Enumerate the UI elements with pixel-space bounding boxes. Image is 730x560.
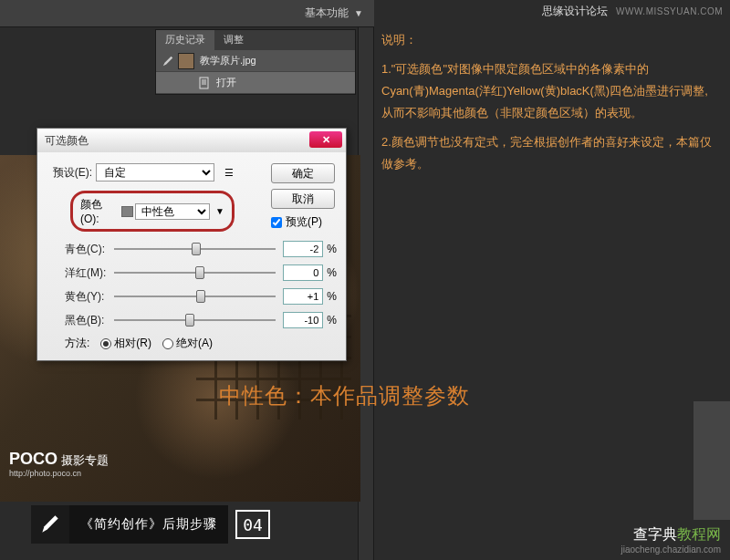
black-slider-row: 黑色(B): % (47, 312, 337, 328)
step-bar: 《简约创作》后期步骤 04 (31, 505, 270, 544)
black-input[interactable] (283, 312, 323, 328)
yellow-label: 黄色(Y): (65, 289, 114, 305)
history-thumb (178, 53, 194, 69)
history-step-open[interactable]: 打开 (156, 72, 355, 94)
black-label: 黑色(B): (65, 313, 114, 328)
magenta-slider[interactable] (114, 266, 276, 279)
explanation-text: 说明： 1."可选颜色"对图像中限定颜色区域中的各像素中的Cyan(青)Mage… (381, 29, 719, 182)
ok-button[interactable]: 确定 (271, 163, 335, 183)
chevron-down-icon: ▼ (215, 206, 224, 216)
magenta-label: 洋红(M): (65, 265, 114, 281)
step-title: 《简约创作》后期步骤 (69, 505, 228, 544)
bottom-brand: 查字典教程网 jiaocheng.chazidian.com (620, 525, 721, 555)
cyan-input[interactable] (283, 241, 323, 257)
chevron-down-icon: ▼ (354, 8, 363, 18)
cyan-label: 青色(C): (65, 242, 114, 257)
close-button[interactable]: ✕ (309, 131, 342, 148)
workspace-switcher[interactable]: 基本功能 (305, 5, 349, 21)
poco-watermark: POCO 摄影专题 http://photo.poco.cn (9, 450, 109, 478)
history-file-label: 教学原片.jpg (200, 54, 256, 67)
magenta-input[interactable] (283, 264, 323, 281)
step-brush-icon (31, 505, 69, 544)
svg-rect-0 (200, 78, 208, 88)
annotation-heading: 中性色：本作品调整参数 (219, 381, 470, 410)
brush-icon (162, 55, 174, 67)
black-slider[interactable] (114, 314, 276, 327)
radio-absolute[interactable]: 绝对(A) (162, 336, 213, 351)
preset-menu-icon[interactable]: ☰ (220, 164, 238, 181)
dialog-titlebar[interactable]: 可选颜色 ✕ (37, 129, 346, 152)
yellow-input[interactable] (283, 288, 323, 305)
watermark-top: 思缘设计论坛 WWW.MISSYUAN.COM (542, 4, 723, 19)
tab-history[interactable]: 历史记录 (156, 30, 214, 50)
color-label: 颜色(O): (80, 197, 118, 225)
method-label: 方法: (65, 336, 89, 351)
right-panels-stub (694, 401, 730, 520)
preset-label: 预设(E): (47, 165, 92, 181)
cyan-slider-row: 青色(C): % (47, 241, 337, 257)
preview-checkbox[interactable]: 预览(P) (271, 214, 335, 230)
radio-relative[interactable]: 相对(R) (100, 336, 151, 351)
selective-color-dialog: 可选颜色 ✕ 确定 取消 预览(P) 预设(E): 自定 ☰ 颜色(O): 中性… (36, 128, 347, 361)
method-row: 方法: 相对(R) 绝对(A) (47, 336, 337, 351)
color-swatch-icon (121, 206, 133, 217)
yellow-slider-row: 黄色(Y): % (47, 288, 337, 305)
document-icon (198, 77, 211, 89)
dialog-title-text: 可选颜色 (45, 133, 89, 149)
tab-adjust[interactable]: 调整 (214, 30, 253, 50)
history-step-label: 打开 (216, 76, 236, 89)
color-select[interactable]: 中性色 (135, 203, 210, 220)
cancel-button[interactable]: 取消 (271, 189, 335, 209)
magenta-slider-row: 洋红(M): % (47, 264, 337, 281)
preview-check-input[interactable] (271, 217, 282, 228)
preset-select[interactable]: 自定 (96, 163, 214, 181)
history-panel: 历史记录 调整 教学原片.jpg 打开 (155, 29, 356, 95)
history-source-row[interactable]: 教学原片.jpg (156, 50, 355, 72)
cyan-slider[interactable] (114, 243, 276, 255)
yellow-slider[interactable] (114, 290, 276, 303)
radio-dot-icon (162, 338, 173, 349)
radio-dot-icon (100, 338, 111, 349)
top-toolbar: 基本功能 ▼ (0, 0, 374, 27)
step-number: 04 (235, 510, 270, 539)
color-select-group: 颜色(O): 中性色 ▼ (70, 191, 235, 232)
